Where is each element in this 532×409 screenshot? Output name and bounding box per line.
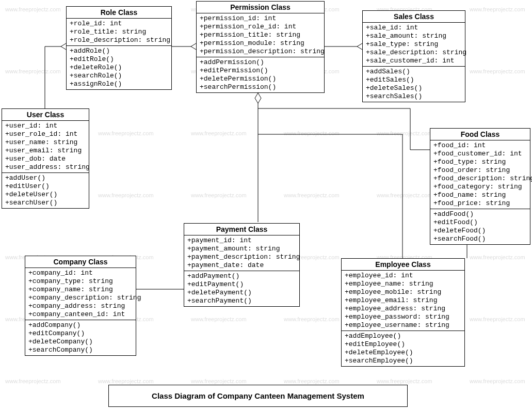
- class-ops: +addFood()+editFood()+deleteFood()+searc…: [430, 209, 530, 244]
- class-ops: +addCompany()+editCompany()+deleteCompan…: [25, 320, 136, 355]
- class-user: User Class +user_id: int+user_role_id: i…: [2, 108, 89, 209]
- class-title: Sales Class: [363, 11, 465, 23]
- class-permission: Permission Class +permission_id: int+per…: [196, 1, 325, 93]
- class-title: Role Class: [67, 7, 171, 19]
- class-attrs: +sale_id: int+sale_amount: string+sale_t…: [363, 23, 465, 66]
- class-attrs: +employee_id: int+employee_name: string+…: [342, 271, 464, 331]
- class-attrs: +food_id: int+food_customer_id: int+food…: [430, 140, 530, 209]
- class-title: User Class: [2, 109, 89, 121]
- class-attrs: +role_id: int+role_title: string+role_de…: [67, 19, 171, 45]
- class-food: Food Class +food_id: int+food_customer_i…: [430, 128, 530, 245]
- class-ops: +addUser()+editUser()+deleteUser()+searc…: [2, 172, 89, 208]
- class-title: Employee Class: [342, 259, 464, 271]
- class-company: Company Class +company_id: int+company_t…: [25, 256, 136, 356]
- diagram-caption: Class Diagram of Company Canteen Managem…: [108, 385, 408, 407]
- class-title: Company Class: [25, 256, 136, 268]
- class-attrs: +payment_id: int+payment_amount: string+…: [184, 235, 299, 271]
- class-role: Role Class +role_id: int+role_title: str…: [66, 6, 172, 90]
- class-ops: +addRole()+editRole()+deleteRole()+searc…: [67, 45, 171, 89]
- class-ops: +addPermission()+editPermission()+delete…: [197, 57, 324, 92]
- class-attrs: +company_id: int+company_type: string+co…: [25, 268, 136, 320]
- class-payment: Payment Class +payment_id: int+payment_a…: [184, 223, 300, 307]
- class-title: Payment Class: [184, 224, 299, 235]
- class-title: Food Class: [430, 129, 530, 140]
- class-sales: Sales Class +sale_id: int+sale_amount: s…: [362, 10, 465, 102]
- svg-marker-3: [255, 93, 261, 103]
- class-ops: +addPayment()+editPayment()+deletePaymen…: [184, 271, 299, 306]
- class-attrs: +permission_id: int+permission_role_id: …: [197, 13, 324, 57]
- class-attrs: +user_id: int+user_role_id: int+user_nam…: [2, 121, 89, 172]
- class-employee: Employee Class +employee_id: int+employe…: [341, 258, 465, 367]
- class-title: Permission Class: [197, 2, 324, 13]
- class-ops: +addEmployee()+editEmployee()+deleteEmpl…: [342, 331, 464, 366]
- class-ops: +addSales()+editSales()+deleteSales()+se…: [363, 66, 465, 102]
